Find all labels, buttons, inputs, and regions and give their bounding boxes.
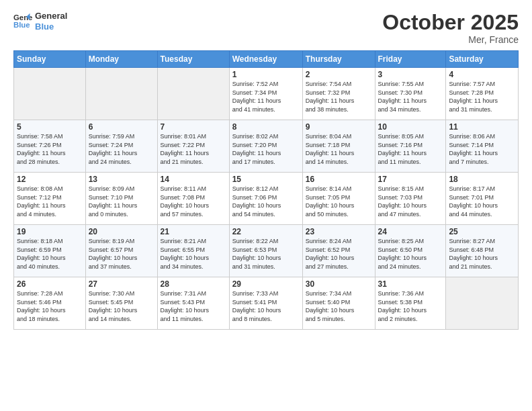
- calendar-cell: 13Sunrise: 8:09 AM Sunset: 7:10 PM Dayli…: [85, 173, 157, 225]
- day-info: Sunrise: 8:24 AM Sunset: 6:52 PM Dayligh…: [306, 237, 372, 271]
- col-friday: Friday: [375, 51, 446, 68]
- calendar-cell: [157, 68, 229, 120]
- day-number: 20: [89, 227, 154, 236]
- week-row-1: 1Sunrise: 7:52 AM Sunset: 7:34 PM Daylig…: [14, 68, 519, 120]
- col-saturday: Saturday: [446, 51, 519, 68]
- day-number: 6: [89, 122, 154, 132]
- day-number: 18: [449, 175, 515, 184]
- day-info: Sunrise: 8:05 AM Sunset: 7:16 PM Dayligh…: [378, 132, 443, 166]
- day-number: 4: [449, 70, 515, 79]
- calendar-cell: 29Sunrise: 7:33 AM Sunset: 5:41 PM Dayli…: [229, 277, 302, 330]
- day-info: Sunrise: 8:19 AM Sunset: 6:57 PM Dayligh…: [89, 237, 154, 271]
- week-row-5: 26Sunrise: 7:28 AM Sunset: 5:46 PM Dayli…: [14, 277, 519, 330]
- calendar: Sunday Monday Tuesday Wednesday Thursday…: [13, 50, 519, 330]
- calendar-cell: 5Sunrise: 7:58 AM Sunset: 7:26 PM Daylig…: [14, 120, 86, 173]
- day-info: Sunrise: 8:21 AM Sunset: 6:55 PM Dayligh…: [161, 237, 226, 271]
- day-info: Sunrise: 8:11 AM Sunset: 7:08 PM Dayligh…: [161, 185, 226, 218]
- day-info: Sunrise: 8:04 AM Sunset: 7:18 PM Dayligh…: [306, 132, 372, 166]
- day-info: Sunrise: 8:25 AM Sunset: 6:50 PM Dayligh…: [378, 237, 443, 271]
- day-number: 25: [449, 227, 515, 236]
- day-info: Sunrise: 7:36 AM Sunset: 5:38 PM Dayligh…: [378, 289, 443, 323]
- day-number: 16: [306, 175, 372, 184]
- day-number: 5: [17, 122, 83, 132]
- week-row-4: 19Sunrise: 8:18 AM Sunset: 6:59 PM Dayli…: [14, 225, 519, 277]
- day-number: 29: [232, 279, 300, 289]
- calendar-cell: 12Sunrise: 8:08 AM Sunset: 7:12 PM Dayli…: [14, 173, 86, 225]
- calendar-cell: 6Sunrise: 7:59 AM Sunset: 7:24 PM Daylig…: [85, 120, 157, 173]
- day-info: Sunrise: 7:57 AM Sunset: 7:28 PM Dayligh…: [449, 80, 515, 113]
- calendar-cell: 14Sunrise: 8:11 AM Sunset: 7:08 PM Dayli…: [157, 173, 229, 225]
- day-number: 3: [378, 70, 443, 79]
- day-info: Sunrise: 8:22 AM Sunset: 6:53 PM Dayligh…: [232, 237, 300, 271]
- calendar-cell: 19Sunrise: 8:18 AM Sunset: 6:59 PM Dayli…: [14, 225, 86, 277]
- calendar-cell: 25Sunrise: 8:27 AM Sunset: 6:48 PM Dayli…: [446, 225, 519, 277]
- calendar-cell: 20Sunrise: 8:19 AM Sunset: 6:57 PM Dayli…: [85, 225, 157, 277]
- month-title: October 2025: [382, 11, 519, 34]
- calendar-cell: 11Sunrise: 8:06 AM Sunset: 7:14 PM Dayli…: [446, 120, 519, 173]
- page-container: General Blue General Blue October 2025 M…: [0, 0, 532, 336]
- svg-text:Blue: Blue: [13, 20, 30, 28]
- calendar-cell: 2Sunrise: 7:54 AM Sunset: 7:32 PM Daylig…: [302, 68, 375, 120]
- calendar-cell: 27Sunrise: 7:30 AM Sunset: 5:45 PM Dayli…: [85, 277, 157, 330]
- day-info: Sunrise: 7:33 AM Sunset: 5:41 PM Dayligh…: [232, 289, 300, 323]
- calendar-cell: 10Sunrise: 8:05 AM Sunset: 7:16 PM Dayli…: [375, 120, 446, 173]
- day-number: 12: [17, 175, 83, 184]
- calendar-cell: 15Sunrise: 8:12 AM Sunset: 7:06 PM Dayli…: [229, 173, 302, 225]
- calendar-cell: 26Sunrise: 7:28 AM Sunset: 5:46 PM Dayli…: [14, 277, 86, 330]
- day-number: 27: [89, 279, 154, 289]
- calendar-cell: 17Sunrise: 8:15 AM Sunset: 7:03 PM Dayli…: [375, 173, 446, 225]
- day-number: 26: [17, 279, 83, 289]
- col-wednesday: Wednesday: [229, 51, 302, 68]
- logo: General Blue General Blue: [13, 11, 67, 32]
- calendar-cell: 22Sunrise: 8:22 AM Sunset: 6:53 PM Dayli…: [229, 225, 302, 277]
- day-info: Sunrise: 7:54 AM Sunset: 7:32 PM Dayligh…: [306, 80, 372, 113]
- calendar-cell: 4Sunrise: 7:57 AM Sunset: 7:28 PM Daylig…: [446, 68, 519, 120]
- calendar-cell: 24Sunrise: 8:25 AM Sunset: 6:50 PM Dayli…: [375, 225, 446, 277]
- day-info: Sunrise: 8:12 AM Sunset: 7:06 PM Dayligh…: [232, 185, 300, 218]
- day-info: Sunrise: 8:09 AM Sunset: 7:10 PM Dayligh…: [89, 185, 154, 218]
- calendar-cell: 30Sunrise: 7:34 AM Sunset: 5:40 PM Dayli…: [302, 277, 375, 330]
- calendar-cell: 9Sunrise: 8:04 AM Sunset: 7:18 PM Daylig…: [302, 120, 375, 173]
- col-sunday: Sunday: [14, 51, 86, 68]
- day-info: Sunrise: 7:28 AM Sunset: 5:46 PM Dayligh…: [17, 289, 83, 323]
- day-number: 17: [378, 175, 443, 184]
- calendar-cell: 18Sunrise: 8:17 AM Sunset: 7:01 PM Dayli…: [446, 173, 519, 225]
- day-info: Sunrise: 7:59 AM Sunset: 7:24 PM Dayligh…: [89, 132, 154, 166]
- calendar-cell: 1Sunrise: 7:52 AM Sunset: 7:34 PM Daylig…: [229, 68, 302, 120]
- calendar-cell: 7Sunrise: 8:01 AM Sunset: 7:22 PM Daylig…: [157, 120, 229, 173]
- day-info: Sunrise: 8:27 AM Sunset: 6:48 PM Dayligh…: [449, 237, 515, 271]
- day-info: Sunrise: 8:01 AM Sunset: 7:22 PM Dayligh…: [161, 132, 226, 166]
- day-info: Sunrise: 8:15 AM Sunset: 7:03 PM Dayligh…: [378, 185, 443, 218]
- day-number: 30: [306, 279, 372, 289]
- calendar-cell: [85, 68, 157, 120]
- day-number: 13: [89, 175, 154, 184]
- day-info: Sunrise: 8:14 AM Sunset: 7:05 PM Dayligh…: [306, 185, 372, 218]
- day-number: 23: [306, 227, 372, 236]
- day-number: 31: [378, 279, 443, 289]
- day-number: 22: [232, 227, 300, 236]
- col-thursday: Thursday: [302, 51, 375, 68]
- day-info: Sunrise: 8:18 AM Sunset: 6:59 PM Dayligh…: [17, 237, 83, 271]
- day-info: Sunrise: 8:02 AM Sunset: 7:20 PM Dayligh…: [232, 132, 300, 166]
- calendar-header-row: Sunday Monday Tuesday Wednesday Thursday…: [14, 51, 519, 68]
- col-tuesday: Tuesday: [157, 51, 229, 68]
- day-number: 10: [378, 122, 443, 132]
- day-number: 7: [161, 122, 226, 132]
- calendar-cell: [446, 277, 519, 330]
- day-number: 1: [232, 70, 300, 79]
- calendar-cell: [14, 68, 86, 120]
- day-info: Sunrise: 8:06 AM Sunset: 7:14 PM Dayligh…: [449, 132, 515, 166]
- col-monday: Monday: [85, 51, 157, 68]
- calendar-cell: 8Sunrise: 8:02 AM Sunset: 7:20 PM Daylig…: [229, 120, 302, 173]
- day-info: Sunrise: 7:58 AM Sunset: 7:26 PM Dayligh…: [17, 132, 83, 166]
- day-info: Sunrise: 7:52 AM Sunset: 7:34 PM Dayligh…: [232, 80, 300, 113]
- day-number: 8: [232, 122, 300, 132]
- day-number: 11: [449, 122, 515, 132]
- calendar-cell: 28Sunrise: 7:31 AM Sunset: 5:43 PM Dayli…: [157, 277, 229, 330]
- calendar-cell: 3Sunrise: 7:55 AM Sunset: 7:30 PM Daylig…: [375, 68, 446, 120]
- day-info: Sunrise: 7:30 AM Sunset: 5:45 PM Dayligh…: [89, 289, 154, 323]
- day-info: Sunrise: 8:17 AM Sunset: 7:01 PM Dayligh…: [449, 185, 515, 218]
- week-row-2: 5Sunrise: 7:58 AM Sunset: 7:26 PM Daylig…: [14, 120, 519, 173]
- location: Mer, France: [382, 34, 519, 45]
- day-number: 14: [161, 175, 226, 184]
